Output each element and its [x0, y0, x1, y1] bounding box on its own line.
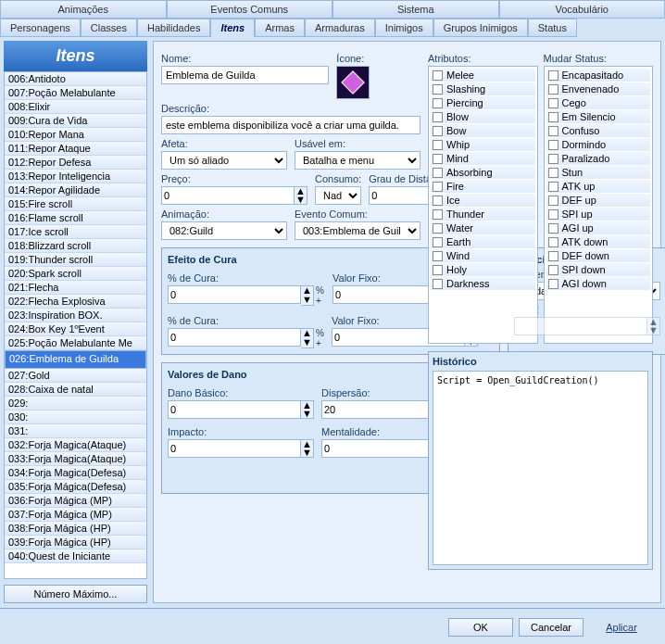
check-item[interactable]: Envenenado [546, 82, 651, 95]
nome-input[interactable] [161, 66, 329, 84]
list-item[interactable]: 017:Ice scroll [5, 225, 146, 239]
list-item[interactable]: 029: [5, 397, 146, 410]
cura-pct-hp[interactable]: ▲▼ [168, 285, 314, 306]
list-item[interactable]: 018:Blizzard scroll [5, 239, 146, 253]
check-item[interactable]: Ice [431, 194, 535, 207]
evento-select[interactable]: 003:Emblema de Guild [295, 221, 420, 240]
check-item[interactable]: AGI up [546, 221, 651, 234]
consumo-select[interactable]: Nada [315, 186, 361, 205]
check-item[interactable]: Cego [546, 96, 651, 109]
max-number-button[interactable]: Número Máximo... [4, 585, 147, 603]
list-item[interactable]: 007:Poção Melabulante [5, 86, 146, 100]
list-item[interactable]: 033:Forja Magica(Ataque) [5, 452, 146, 466]
list-item[interactable]: 021:Flecha [5, 281, 146, 295]
check-item[interactable]: SPI up [546, 208, 651, 221]
tab-armaduras[interactable]: Armaduras [305, 19, 375, 37]
check-item[interactable]: SPI down [546, 263, 651, 276]
tab-vocabulário[interactable]: Vocabulário [499, 0, 666, 19]
list-item[interactable]: 006:Antidoto [5, 72, 146, 86]
list-item[interactable]: 014:Repor Agilidade [5, 183, 146, 197]
list-item[interactable]: 022:Flecha Explosiva [5, 295, 146, 309]
check-item[interactable]: Mind [431, 152, 535, 165]
list-item[interactable]: 026:Emblema de Guilda [5, 350, 146, 369]
tab-habilidades[interactable]: Habilidades [137, 19, 210, 37]
check-item[interactable]: Paralizado [546, 152, 651, 165]
list-item[interactable]: 009:Cura de Vida [5, 114, 146, 128]
tab-grupos inimigos[interactable]: Grupos Inimigos [433, 19, 528, 37]
check-item[interactable]: Piercing [431, 96, 535, 109]
check-item[interactable]: Darkness [431, 277, 535, 290]
check-item[interactable]: Stun [546, 166, 651, 179]
cancel-button[interactable]: Cancelar [519, 618, 583, 637]
check-item[interactable]: Absorbing [431, 166, 535, 179]
list-item[interactable]: 008:Elixir [5, 100, 146, 114]
check-item[interactable]: Water [431, 221, 535, 234]
list-item[interactable]: 034:Forja Magica(Defesa) [5, 466, 146, 480]
tab-classes[interactable]: Classes [81, 19, 137, 37]
list-item[interactable]: 020:Spark scroll [5, 267, 146, 281]
list-item[interactable]: 023:Inspiration BOX. [5, 309, 146, 322]
script-box[interactable]: Script = Open_GuildCreation() [433, 371, 648, 565]
check-item[interactable]: DEF up [546, 194, 651, 207]
list-item[interactable]: 011:Repor Ataque [5, 142, 146, 156]
icon-picker[interactable] [336, 66, 370, 99]
check-item[interactable]: Fire [431, 180, 535, 193]
check-item[interactable]: ATK up [546, 180, 651, 193]
list-item[interactable]: 031: [5, 424, 146, 438]
tab-animações[interactable]: Animações [0, 0, 167, 19]
list-item[interactable]: 024:Box Key 1ºEvent [5, 322, 146, 336]
tab-armas[interactable]: Armas [255, 19, 305, 37]
tab-inimigos[interactable]: Inimigos [375, 19, 433, 37]
list-item[interactable]: 027:Gold [5, 369, 146, 383]
list-item[interactable]: 015:Fire scroll [5, 197, 146, 211]
tab-itens[interactable]: Itens [210, 19, 255, 37]
apply-button[interactable]: Aplicar [589, 618, 654, 637]
ok-button[interactable]: OK [448, 618, 513, 637]
list-item[interactable]: 025:Poção Melabulante Me [5, 336, 146, 350]
check-item[interactable]: DEF down [546, 249, 651, 262]
list-item[interactable]: 012:Repor Defesa [5, 156, 146, 170]
check-item[interactable]: AGI down [546, 277, 651, 290]
check-item[interactable]: Holy [431, 263, 535, 276]
list-item[interactable]: 035:Forja Mágica(Defesa) [5, 480, 146, 494]
check-item[interactable]: Earth [431, 235, 535, 248]
list-item[interactable]: 040:Quest de Iniciante [5, 549, 146, 563]
list-item[interactable]: 019:Thunder scroll [5, 253, 146, 267]
check-item[interactable]: Em Silencio [546, 110, 651, 123]
check-item[interactable]: Melee [431, 69, 535, 82]
check-item[interactable]: Encapasitado [546, 69, 651, 82]
tab-personagens[interactable]: Personagens [0, 19, 81, 37]
tab-sistema[interactable]: Sistema [332, 0, 499, 19]
cura-pct-mp[interactable]: ▲▼ [168, 328, 314, 348]
check-item[interactable]: Thunder [431, 208, 535, 221]
tab-eventos comuns[interactable]: Eventos Comuns [167, 0, 333, 19]
afeta-select[interactable]: Um só aliado [161, 151, 287, 170]
check-item[interactable]: Wind [431, 249, 535, 262]
anim-select[interactable]: 082:Guild [161, 221, 287, 240]
list-item[interactable]: 028:Caixa de natal [5, 383, 146, 397]
list-item[interactable]: 013:Repor Inteligencia [5, 170, 146, 183]
check-item[interactable]: Blow [431, 110, 535, 123]
check-item[interactable]: Bow [431, 124, 535, 137]
list-item[interactable]: 016:Flame scroll [5, 211, 146, 225]
item-list[interactable]: 006:Antidoto007:Poção Melabulante008:Eli… [4, 71, 147, 579]
status-list[interactable]: EncapasitadoEnvenenadoCegoEm SilencioCon… [544, 66, 654, 344]
list-item[interactable]: 030: [5, 410, 146, 424]
check-item[interactable]: ATK down [546, 235, 651, 248]
list-item[interactable]: 036:Forja Mágica (MP) [5, 494, 146, 508]
usavel-select[interactable]: Batalha e menu [295, 151, 420, 170]
preco-spinner[interactable]: ▲▼ [161, 186, 307, 205]
check-item[interactable]: Dormindo [546, 138, 651, 151]
check-item[interactable]: Whip [431, 138, 535, 151]
attr-list[interactable]: MeleeSlashingPiercingBlowBowWhipMindAbso… [428, 66, 538, 344]
list-item[interactable]: 038:Forja Mágica (HP) [5, 522, 146, 536]
desc-input[interactable] [161, 116, 420, 134]
tab-status[interactable]: Status [528, 19, 577, 37]
dano-basico[interactable]: ▲▼ [168, 400, 314, 419]
list-item[interactable]: 010:Repor Mana [5, 128, 146, 142]
dano-imp[interactable]: ▲▼ [168, 439, 314, 458]
check-item[interactable]: Slashing [431, 82, 535, 95]
list-item[interactable]: 039:Forja Mágica (HP) [5, 536, 146, 549]
list-item[interactable]: 032:Forja Magica(Ataque) [5, 438, 146, 452]
check-item[interactable]: Confuso [546, 124, 651, 137]
